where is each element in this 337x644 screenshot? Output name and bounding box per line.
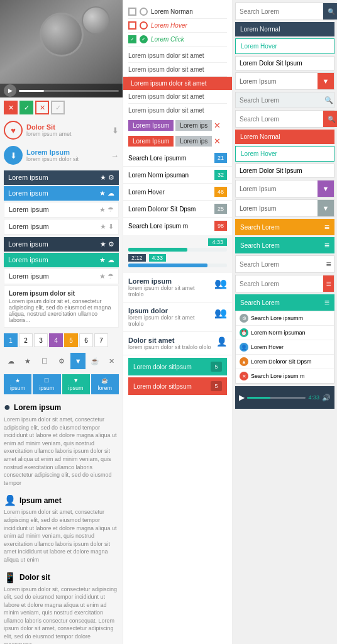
circle-normal[interactable] — [140, 8, 148, 16]
lbl-click: Lorem Click — [151, 36, 184, 43]
cb-red-x[interactable]: ✕ — [4, 101, 18, 114]
sl-item-2[interactable]: Lorem Norm ipsuman 32 — [123, 167, 232, 184]
r-plain-input-1[interactable] — [236, 258, 323, 270]
r-hamburger-plain[interactable]: ≡ — [323, 256, 334, 272]
r-chevron-gray[interactable]: ▼ — [318, 200, 334, 216]
r-search-btn-1[interactable]: 🔍 — [323, 3, 337, 19]
nav2-item-3[interactable]: Lorem ipsum ★ ☂ — [4, 269, 119, 284]
desc-h2-text: Ipsum amet — [19, 496, 62, 505]
nav-item-4[interactable]: Lorem ipsum ★ ⬇ — [4, 219, 119, 235]
r-search-btn-red[interactable]: 🔍 — [323, 111, 337, 127]
tag-gray-1[interactable]: Lorem ips — [175, 120, 212, 131]
r-dd-5[interactable]: ✕ Search Lore ipsum m — [236, 369, 334, 383]
tab-ipsum-2[interactable]: ☐ ipsum — [33, 374, 60, 394]
r-teal-header[interactable]: Search Lorem ≡ — [235, 294, 334, 311]
sl-item-1[interactable]: Search Lore ipsumm 21 — [123, 150, 232, 167]
r-dd-4[interactable]: ▲ Lorem Doloror Sit Dpsm — [236, 355, 334, 369]
heart-icon-left: ♥ — [4, 121, 23, 140]
page-2[interactable]: 2 — [19, 333, 33, 347]
tool-gear[interactable]: ⚙ — [54, 353, 69, 369]
r-input-field-1[interactable] — [236, 57, 334, 70]
r-video-progress[interactable] — [247, 397, 306, 399]
desc-head-1: ● Lorem ipsum — [4, 401, 119, 414]
sl-item-5[interactable]: Search Lore ipsum m 98 — [123, 218, 232, 234]
page-6[interactable]: 6 — [79, 333, 93, 347]
right-arrow-icon[interactable]: → — [111, 151, 119, 160]
video-player: ▶ — [0, 0, 123, 97]
page-1[interactable]: 1 — [4, 333, 18, 347]
r-dd-3[interactable]: 👤 Lorem Hover — [236, 340, 334, 355]
left-col: ▶ ✕ ✓ ✕ ✓ ♥ Dolor Sit lorem ipsum amet ⬇… — [0, 0, 123, 644]
cb-outline-x[interactable]: ✕ — [35, 101, 49, 114]
circle-hover[interactable] — [140, 21, 148, 30]
progress-track[interactable] — [19, 90, 119, 92]
tab-ipsum-1[interactable]: ★ ipsum — [4, 374, 31, 394]
r-btn-dark[interactable]: Lorem Normal — [235, 22, 334, 36]
r-search-icon-2[interactable]: 🔍 — [323, 92, 334, 108]
radio-normal[interactable]: Lorem Norman — [128, 5, 227, 19]
radio-click[interactable]: ✓ ✓ Lorem Click — [128, 33, 227, 47]
cb-outline-check[interactable]: ✓ — [51, 101, 65, 114]
tab-ipsum-3[interactable]: ▼ ipsum — [62, 374, 90, 394]
page-3[interactable]: 3 — [34, 333, 48, 347]
tool-filter[interactable]: ▼ — [70, 353, 86, 369]
sq-hover[interactable] — [128, 21, 136, 30]
nav-item-1[interactable]: Lorem ipsum ★ ⚙ — [4, 170, 119, 185]
r-hamburger-red[interactable]: ≡ — [323, 275, 334, 292]
tab-label-lorem: lorem — [98, 385, 113, 391]
action-btn-1[interactable]: Lorem dolor sitlpsum 5 — [128, 358, 227, 375]
page-7[interactable]: 7 — [94, 333, 108, 347]
sl-item-3[interactable]: Lorem Hover 46 — [123, 184, 232, 201]
tag-x-1[interactable]: ✕ — [214, 121, 221, 130]
sq-click[interactable]: ✓ — [128, 35, 136, 43]
tag-x-2[interactable]: ✕ — [214, 136, 221, 146]
tag-gray-2[interactable]: Lorem ips — [175, 136, 212, 147]
sl-badge-2: 32 — [214, 170, 227, 180]
page-5[interactable]: 5 — [64, 333, 78, 347]
r-teal-search[interactable]: Search Lorem ≡ — [235, 237, 334, 253]
r-dd-1[interactable]: ⚙ Search Lore ipsumm — [236, 311, 334, 326]
page-4[interactable]: 4 — [49, 333, 63, 347]
down-arrow-icon[interactable]: ⬇ — [112, 126, 119, 135]
r-plain-input-2[interactable] — [236, 278, 323, 290]
nav2-item-2[interactable]: Lorem ipsum ★ ☁ — [4, 253, 119, 267]
sl-item-4[interactable]: Lorem Doloror Sit Dpsm 25 — [123, 201, 232, 218]
r-btn-hover-2[interactable]: Lorem Hover — [235, 146, 334, 162]
radio-hover[interactable]: Lorem Hover — [128, 19, 227, 33]
r-search-input-1[interactable] — [236, 5, 323, 18]
play-button[interactable]: ▶ — [4, 84, 16, 97]
cb-green-check[interactable]: ✓ — [19, 101, 33, 114]
r-volume-icon[interactable]: 🔊 — [322, 394, 331, 402]
nav-label-1: Lorem ipsum — [8, 174, 48, 182]
circle-click[interactable]: ✓ — [140, 35, 148, 43]
action-btn-2[interactable]: Lorem dolor sitlpsum 5 — [128, 377, 227, 395]
tool-star[interactable]: ★ — [21, 353, 36, 369]
tool-monitor[interactable]: ☐ — [37, 353, 52, 369]
tool-cloud[interactable]: ☁ — [4, 353, 19, 369]
r-btn-hover[interactable]: Lorem Hover — [235, 38, 334, 54]
tool-coffee[interactable]: ☕ — [87, 353, 102, 369]
tag-purple[interactable]: Lorem Ipsum — [128, 120, 174, 131]
r-yellow-search[interactable]: Search Lorem ≡ — [235, 219, 334, 235]
sl-badge-4: 25 — [214, 204, 227, 214]
r-search-input-2[interactable] — [236, 94, 323, 106]
r-dd-text-5: Search Lore ipsum m — [251, 373, 305, 379]
r-btn-red[interactable]: Lorem Normal — [235, 130, 334, 144]
sq-normal[interactable] — [128, 8, 136, 16]
r-chevron-purple[interactable]: ▼ — [318, 180, 334, 197]
nav2-item-1[interactable]: Lorem ipsum ★ ⚙ — [4, 237, 119, 252]
tool-x[interactable]: ✕ — [104, 353, 119, 369]
tab-lorem[interactable]: ☕ lorem — [91, 374, 119, 394]
nav-item-3[interactable]: Lorem ipsum ★ ☂ — [4, 202, 119, 218]
r-chevron-red[interactable]: ▼ — [318, 73, 334, 89]
r-video-play[interactable]: ▶ — [239, 393, 245, 402]
cb-list-item-active[interactable]: Lorem ipsum dolor sit amet — [123, 77, 232, 90]
tag-red[interactable]: Lorem Ipsum — [128, 136, 174, 147]
r-input-field-2[interactable] — [236, 164, 334, 177]
r-dd-2[interactable]: ⏰ Lorem Norm ipsuman — [236, 326, 334, 340]
nav-item-2[interactable]: Lorem ipsum ★ ☁ — [4, 186, 119, 201]
sl-badge-1: 21 — [214, 153, 227, 163]
r-search-input-3[interactable] — [236, 113, 323, 126]
nav-menu-1: Lorem ipsum ★ ⚙ Lorem ipsum ★ ☁ Lorem ip… — [4, 170, 119, 235]
time-badge-top: 4:33 — [208, 238, 227, 246]
